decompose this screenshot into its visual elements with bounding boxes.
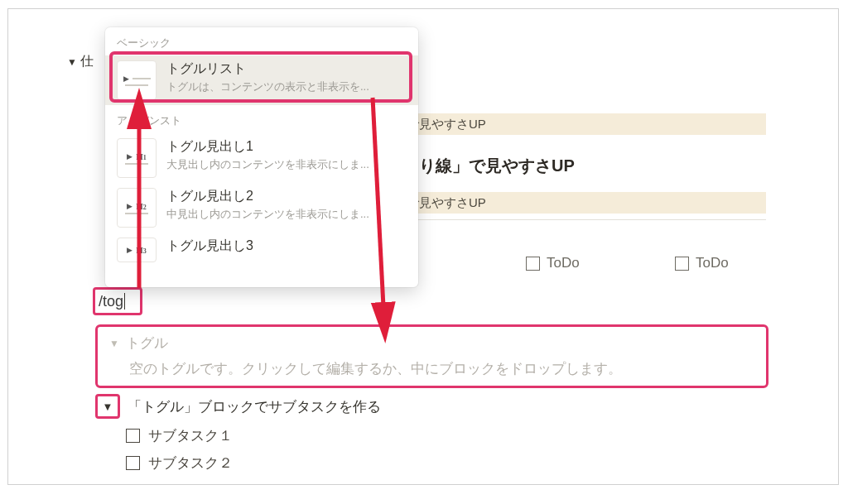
chevron-down-icon[interactable]: ▼ — [109, 338, 119, 349]
checkbox-icon[interactable] — [675, 257, 689, 271]
popup-item-toggle-list[interactable]: ▶ トグルリスト トグルは、コンテンツの表示と非表示を... — [105, 55, 418, 105]
slash-command-text: /tog — [99, 293, 123, 310]
thumb-toggle-h3-icon: ▶H3 — [117, 238, 157, 262]
empty-toggle-title: トグル — [126, 334, 168, 353]
popup-item-desc: 大見出し内のコンテンツを非表示にしま... — [166, 157, 369, 172]
todo-label-2: ToDo — [547, 255, 580, 271]
popup-item-name: トグル見出し2 — [166, 188, 369, 205]
slash-command-input[interactable]: /tog — [93, 287, 142, 315]
slash-command-popup: ベーシック ▶ トグルリスト トグルは、コンテンツの表示と非表示を... アドバ… — [105, 27, 418, 287]
popup-item-desc: 中見出し内のコンテンツを非表示にしま... — [166, 207, 369, 222]
subtask-item-1-label: サブタスク１ — [148, 426, 233, 445]
popup-item-toggle-h1[interactable]: ▶H1 トグル見出し1 大見出し内のコンテンツを非表示にしま... — [105, 133, 418, 183]
bg-highlight-1: り線」で見やすさUP — [369, 113, 766, 135]
checkbox-icon[interactable] — [126, 456, 140, 470]
text-cursor — [124, 293, 125, 310]
checkbox-icon[interactable] — [126, 429, 140, 443]
popup-item-desc: トグルは、コンテンツの表示と非表示を... — [166, 79, 369, 94]
subtask-toggle-title[interactable]: 「トグル」ブロックでサブタスクを作る — [128, 397, 381, 416]
thumb-toggle-h1-icon: ▶H1 — [117, 138, 157, 178]
todo-item-3[interactable]: ToDo — [675, 255, 729, 271]
app-frame: ▼ 仕 配置 り線」で見やすさUP 「区切り線」で見やすさUP り線」で見やすさ… — [7, 8, 839, 485]
divider-line — [369, 219, 766, 220]
bg-highlight-2: り線」で見やすさUP — [369, 192, 766, 214]
popup-item-name: トグル見出し1 — [166, 138, 369, 156]
subtask-toggle-triangle[interactable]: ▼ — [95, 394, 120, 419]
checkbox-icon[interactable] — [526, 257, 540, 271]
popup-item-name: トグルリスト — [166, 60, 369, 78]
thumb-toggle-list-icon: ▶ — [117, 60, 157, 100]
todo-item-2[interactable]: ToDo — [526, 255, 580, 271]
popup-item-name: トグル見出し3 — [166, 238, 253, 255]
todo-label-3: ToDo — [696, 255, 729, 271]
chevron-down-icon: ▼ — [103, 401, 113, 413]
subtask-item-2[interactable]: サブタスク２ — [126, 454, 233, 473]
popup-item-toggle-h2[interactable]: ▶H2 トグル見出し2 中見出し内のコンテンツを非表示にしま... — [105, 183, 418, 233]
popup-section-basic: ベーシック — [105, 32, 418, 55]
subtask-item-1[interactable]: サブタスク１ — [126, 426, 233, 445]
chevron-down-icon: ▼ — [67, 56, 77, 68]
subtask-item-2-label: サブタスク２ — [148, 454, 233, 473]
empty-toggle-block[interactable]: ▼ トグル 空のトグルです。クリックして編集するか、中にブロックをドロップします… — [95, 324, 768, 388]
empty-toggle-placeholder: 空のトグルです。クリックして編集するか、中にブロックをドロップします。 — [109, 359, 754, 378]
parent-toggle-label: 仕 — [80, 53, 94, 70]
parent-toggle[interactable]: ▼ 仕 — [67, 53, 94, 70]
thumb-toggle-h2-icon: ▶H2 — [117, 188, 157, 228]
popup-item-toggle-h3[interactable]: ▶H3 トグル見出し3 — [105, 233, 418, 262]
popup-section-advanced: アドバンスト — [105, 110, 418, 133]
